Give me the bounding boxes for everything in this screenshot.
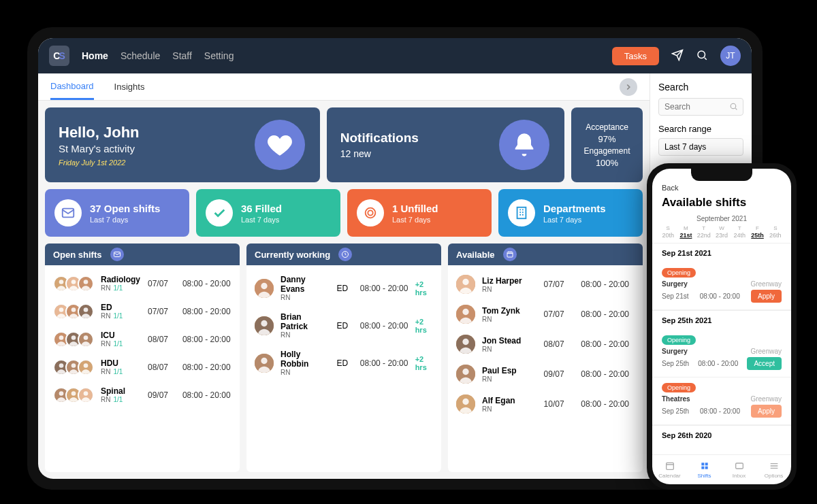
open-shifts-header: Open shifts — [45, 243, 240, 265]
phone-tab-inbox[interactable]: Inbox — [722, 455, 756, 484]
currently-working-header: Currently working — [246, 243, 441, 265]
phone-shift-card[interactable]: Opening SurgeryGreenway Sep 21st08:00 - … — [652, 263, 791, 310]
tab-dashboard[interactable]: Dashboard — [50, 74, 94, 100]
phone-day[interactable]: F25th — [749, 225, 767, 239]
mail-icon — [54, 199, 82, 226]
phone-shift-action-button[interactable]: Apply — [751, 290, 782, 303]
phone-group-heading: Sep 25th 2021 — [652, 311, 791, 330]
phone-screen: Back Available shifts September 2021 S20… — [652, 169, 791, 484]
avatar-icon — [255, 354, 274, 373]
phone-day[interactable]: T24th — [731, 225, 748, 239]
open-shift-row[interactable]: SpinalRN1/1 09/0708:00 - 20:00 — [45, 381, 240, 409]
notifications-card[interactable]: Notifications 12 new — [327, 107, 564, 182]
svg-rect-43 — [507, 252, 513, 258]
open-shifts-list: RadiologyRN1/1 07/0708:00 - 20:00 EDRN1/… — [45, 265, 240, 472]
tab-insights[interactable]: Insights — [114, 75, 145, 99]
available-row[interactable]: Liz HarperRN 07/0708:00 - 20:00 — [448, 269, 643, 299]
available-panel: Available Liz HarperRN 07/0708:00 - 20:0… — [448, 243, 643, 472]
stat-open-shifts[interactable]: 37 Open shiftsLast 7 days — [45, 189, 189, 237]
open-shift-row[interactable]: RadiologyRN1/1 07/0708:00 - 20:00 — [45, 269, 240, 297]
nav-staff[interactable]: Staff — [172, 50, 192, 61]
metrics-card[interactable]: Acceptance 97% Engagement 100% — [571, 107, 643, 182]
open-shifts-panel: Open shifts RadiologyRN1/1 07/0708:00 - … — [45, 243, 240, 472]
heart-icon — [255, 120, 305, 170]
tasks-button[interactable]: Tasks — [612, 47, 659, 65]
engagement-label: Engagement — [583, 146, 630, 156]
available-row[interactable]: Tom ZynkRN 07/0708:00 - 20:00 — [448, 299, 643, 329]
phone-day[interactable]: M21st — [677, 225, 694, 239]
svg-point-17 — [84, 307, 89, 312]
phone-shift-card[interactable]: Opening TheatresGreenway Sep 25th08:00 -… — [652, 377, 791, 425]
stat-unfilled-title: 1 Unfilled — [392, 203, 438, 214]
phone-tabbar: Calendar Shifts Inbox Options — [652, 454, 791, 484]
search-icon[interactable] — [696, 49, 708, 63]
stat-dept-sub: Last 7 days — [543, 216, 606, 224]
phone-shift-action-button[interactable]: Apply — [751, 405, 782, 418]
phone-tab-calendar[interactable]: Calendar — [652, 455, 687, 484]
avatar-icon — [78, 359, 94, 375]
open-shift-row[interactable]: EDRN1/1 07/0708:00 - 20:00 — [45, 297, 240, 325]
chevron-right-icon[interactable] — [620, 78, 637, 96]
clock-icon — [338, 248, 352, 261]
svg-point-47 — [462, 309, 468, 315]
svg-point-49 — [462, 339, 468, 345]
svg-point-7 — [59, 280, 64, 284]
working-row[interactable]: Danny EvansRN ED08:00 - 20:00+2 hrs — [246, 269, 441, 307]
avatar-icon — [456, 305, 475, 324]
stat-unfilled-sub: Last 7 days — [392, 216, 438, 224]
open-shift-row[interactable]: ICURN1/1 08/0708:00 - 20:00 — [45, 325, 240, 353]
tablet-screen: Home Schedule Staff Setting Tasks JT Das… — [38, 38, 752, 479]
working-row[interactable]: Brian PatrickRN ED08:00 - 20:00+2 hrs — [246, 307, 441, 344]
avatar-icon — [255, 316, 274, 335]
stat-departments[interactable]: DepartmentsLast 7 days — [498, 189, 643, 237]
svg-point-2 — [366, 208, 376, 218]
currently-working-list: Danny EvansRN ED08:00 - 20:00+2 hrs Bria… — [246, 265, 441, 472]
nav-setting[interactable]: Setting — [204, 50, 234, 61]
phone-shift-list[interactable]: Sep 21st 2021 Opening SurgeryGreenway Se… — [652, 243, 791, 454]
svg-point-13 — [59, 307, 64, 312]
search-range-input[interactable] — [658, 138, 743, 156]
svg-point-15 — [71, 307, 76, 312]
user-avatar[interactable]: JT — [720, 46, 741, 66]
open-shift-row[interactable]: HDURN1/1 08/0708:00 - 20:00 — [45, 353, 240, 381]
phone-tab-options[interactable]: Options — [756, 455, 791, 484]
svg-rect-57 — [705, 463, 707, 465]
stat-filled-title: 36 Filled — [241, 203, 282, 214]
hello-card[interactable]: Hello, John St Mary's activity Friday Ju… — [45, 107, 320, 182]
app-logo[interactable] — [49, 46, 69, 66]
svg-point-45 — [462, 279, 468, 285]
content-area: Hello, John St Mary's activity Friday Ju… — [38, 101, 650, 479]
send-icon[interactable] — [671, 49, 684, 63]
svg-point-9 — [71, 280, 76, 284]
available-title: Available — [456, 250, 495, 260]
svg-rect-56 — [701, 463, 704, 465]
nav-home[interactable]: Home — [82, 50, 108, 61]
svg-point-40 — [261, 320, 267, 326]
stat-unfilled[interactable]: 1 UnfilledLast 7 days — [347, 189, 492, 237]
available-row[interactable]: Paul EspRN 09/0708:00 - 20:00 — [448, 359, 643, 389]
available-row[interactable]: Jon SteadRN 08/0708:00 - 20:00 — [448, 329, 643, 359]
phone-shift-group: Sep 26th 2020 — [652, 425, 791, 445]
working-row[interactable]: Holly RobbinRN ED08:00 - 20:00+2 hrs — [246, 344, 441, 382]
phone-shift-action-button[interactable]: Accept — [747, 357, 782, 370]
stat-filled[interactable]: 36 FilledLast 7 days — [196, 189, 340, 237]
phone-day[interactable]: S26th — [767, 225, 784, 239]
phone-tab-shifts[interactable]: Shifts — [687, 455, 722, 484]
phone-shift-card[interactable]: Opening SurgeryGreenway Sep 25th08:00 - … — [652, 330, 791, 377]
phone-shift-tag: Opening — [662, 335, 696, 345]
nav-schedule[interactable]: Schedule — [121, 50, 160, 61]
svg-point-31 — [59, 391, 64, 396]
available-row[interactable]: Alf EganRN 10/0708:00 - 20:00 — [448, 389, 643, 419]
subnav: Dashboard Insights — [38, 73, 650, 101]
svg-point-38 — [261, 282, 267, 288]
avatar-icon — [78, 387, 94, 403]
svg-point-11 — [84, 280, 89, 284]
phone-day[interactable]: W23rd — [713, 225, 731, 239]
phone-day[interactable]: T22nd — [695, 225, 713, 239]
avatar-icon — [456, 394, 475, 414]
acceptance-value: 97% — [598, 134, 615, 144]
svg-point-51 — [462, 369, 468, 375]
phone-page-title: Available shifts — [652, 193, 791, 215]
phone-shift-tag: Opening — [662, 268, 696, 278]
phone-day[interactable]: S20th — [659, 225, 677, 239]
